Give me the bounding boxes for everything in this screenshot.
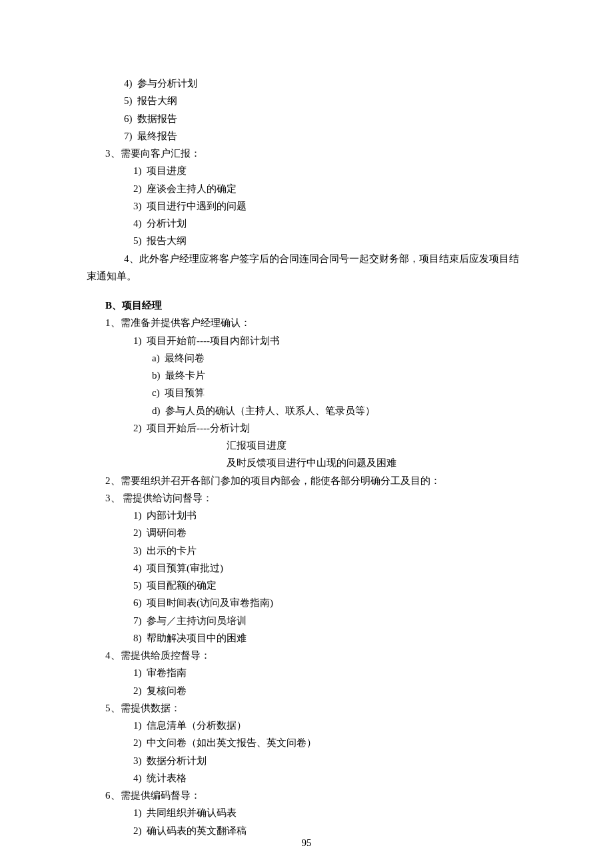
list-item: 1) 审卷指南 <box>87 664 526 681</box>
list-item: 4) 统计表格 <box>87 769 526 787</box>
item-num: 2) <box>133 183 142 194</box>
list-item: 3) 出示的卡片 <box>87 542 526 559</box>
item-num: 4) <box>133 218 142 229</box>
item-text: 报告大纲 <box>147 235 187 246</box>
item-num: 3) <box>133 201 142 211</box>
item-text: 项目预算(审批过) <box>147 563 223 573</box>
item-num: 7) <box>124 131 133 141</box>
list-item: a) 最终问卷 <box>87 349 526 367</box>
item-num: 1) <box>133 165 142 176</box>
item-text: 报告大纲 <box>137 95 177 106</box>
list-item: 1) 共同组织并确认码表 <box>87 804 526 821</box>
item-num: 1) <box>133 807 142 818</box>
list-item: 1) 项目进度 <box>87 162 526 179</box>
item-text: 项目进度 <box>147 165 187 176</box>
item-text: 帮助解决项目中的困难 <box>147 633 247 643</box>
subsection-heading: 3、需要向客户汇报： <box>87 145 526 162</box>
item-num: 4) <box>133 563 142 573</box>
item-text: 中文问卷（如出英文报告、英文问卷） <box>147 737 316 748</box>
list-item: c) 项目预算 <box>87 384 526 401</box>
list-item: 4) 参与分析计划 <box>87 75 526 92</box>
item-num: 5) <box>133 235 142 246</box>
list-item: 1) 项目开始前----项目内部计划书 <box>87 332 526 349</box>
item-text: 共同组织并确认码表 <box>147 807 237 818</box>
document-page: 4) 参与分析计划 5) 报告大纲 6) 数据报告 7) 最终报告 3、需要向客… <box>0 0 613 868</box>
list-item: d) 参与人员的确认（主持人、联系人、笔录员等） <box>87 402 526 419</box>
subsection-heading: 6、需提供编码督导： <box>87 787 526 804</box>
item-text: 项目配额的确定 <box>147 580 217 591</box>
item-text: 审卷指南 <box>147 667 187 678</box>
list-item: 7) 参与／主持访问员培训 <box>87 612 526 629</box>
section-b-title: B、项目经理 <box>87 297 526 314</box>
item-num: 6) <box>133 597 142 608</box>
item-text: 项目时间表(访问及审卷指南) <box>147 597 273 608</box>
item-num: 4) <box>133 773 142 783</box>
list-item: 7) 最终报告 <box>87 127 526 145</box>
item-text: 出示的卡片 <box>147 545 197 556</box>
list-item: 1) 内部计划书 <box>87 507 526 524</box>
item-text: 数据分析计划 <box>147 755 207 766</box>
item-num: 5) <box>124 95 133 106</box>
item-text: 参与／主持访问员培训 <box>147 615 247 626</box>
list-item: 6) 项目时间表(访问及审卷指南) <box>87 594 526 611</box>
subsection-heading: 4、需提供给质控督导： <box>87 647 526 664</box>
item-num: 5) <box>133 580 142 591</box>
item-num: 1) <box>133 510 142 521</box>
item-text: 复核问卷 <box>147 685 187 696</box>
item-text: 参与人员的确认（主持人、联系人、笔录员等） <box>165 405 375 416</box>
item-text: 信息清单（分析数据） <box>147 720 247 731</box>
list-item: 4) 分析计划 <box>87 215 526 232</box>
item-num: d) <box>152 405 161 416</box>
item-num: 3) <box>133 755 142 766</box>
item-num: 2) <box>133 737 142 748</box>
item-text: 调研问卷 <box>147 527 187 538</box>
item-text: 数据报告 <box>137 113 177 124</box>
item-num: 1) <box>133 667 142 678</box>
list-item: 2) 项目开始后----分析计划 <box>87 419 526 437</box>
page-number: 95 <box>0 834 613 851</box>
list-item: 5) 项目配额的确定 <box>87 577 526 594</box>
subsection-heading: 5、需提供数据： <box>87 699 526 717</box>
subsection-heading: 3、 需提供给访问督导： <box>87 489 526 507</box>
list-item: 3) 项目进行中遇到的问题 <box>87 197 526 215</box>
item-num: 2) <box>133 527 142 538</box>
subsection-heading: 2、需要组织并召开各部门参加的项目内部会，能使各部分明确分工及目的： <box>87 472 526 489</box>
list-item: 4) 项目预算(审批过) <box>87 559 526 577</box>
item-num: 6) <box>124 113 133 124</box>
list-item: 3) 数据分析计划 <box>87 752 526 769</box>
list-item: 6) 数据报告 <box>87 110 526 127</box>
item-text: 内部计划书 <box>147 510 197 521</box>
item-num: b) <box>152 370 161 381</box>
item-num: 2) <box>133 685 142 696</box>
item-num: 3) <box>133 545 142 556</box>
item-num: a) <box>152 353 160 363</box>
item-text: 座谈会主持人的确定 <box>147 183 237 194</box>
list-item: 2) 复核问卷 <box>87 682 526 699</box>
list-item: b) 最终卡片 <box>87 367 526 384</box>
subsection-heading: 1、需准备并提供客户经理确认： <box>87 314 526 331</box>
item-num: 4) <box>124 78 133 89</box>
paragraph: 4、此外客户经理应将客户签字后的合同连同合同号一起交财务部，项目结束后应发项目结… <box>87 250 526 285</box>
item-text: 最终报告 <box>137 131 177 141</box>
item-num: 1) <box>133 720 142 731</box>
item-text: 统计表格 <box>147 773 187 783</box>
item-text: 项目预算 <box>165 387 205 398</box>
list-item: 1) 信息清单（分析数据） <box>87 717 526 734</box>
inline-text: 及时反馈项目进行中山现的问题及困难 <box>87 454 526 471</box>
item-text: 项目进行中遇到的问题 <box>147 201 247 211</box>
item-num: 7) <box>133 615 142 626</box>
item-num: 8) <box>133 633 142 643</box>
item-text: 最终问卷 <box>165 353 205 363</box>
list-item: 5) 报告大纲 <box>87 232 526 249</box>
list-item: 2) 调研问卷 <box>87 524 526 541</box>
item-num: c) <box>152 387 160 398</box>
list-item: 2) 座谈会主持人的确定 <box>87 180 526 197</box>
item-text: 最终卡片 <box>165 370 205 381</box>
item-text: 参与分析计划 <box>137 78 197 89</box>
list-item: 2) 中文问卷（如出英文报告、英文问卷） <box>87 734 526 751</box>
list-item: 8) 帮助解决项目中的困难 <box>87 629 526 647</box>
inline-text: 汇报项目进度 <box>87 437 526 454</box>
list-item: 5) 报告大纲 <box>87 92 526 109</box>
item-text: 分析计划 <box>147 218 187 229</box>
